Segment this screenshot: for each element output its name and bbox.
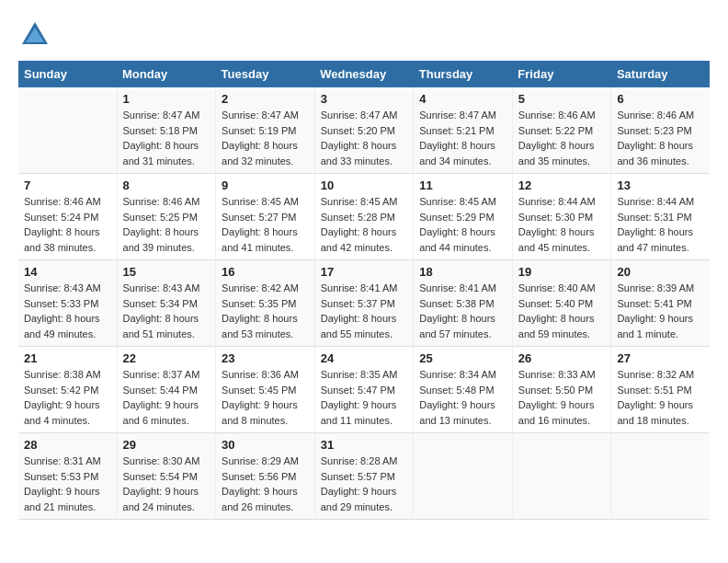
day-number: 12	[518, 178, 606, 192]
day-number: 2	[222, 92, 309, 106]
day-info: Sunrise: 8:35 AMSunset: 5:47 PMDaylight:…	[321, 367, 408, 428]
day-number: 8	[123, 178, 210, 192]
day-info: Sunrise: 8:39 AMSunset: 5:41 PMDaylight:…	[617, 281, 704, 341]
day-number: 6	[617, 92, 704, 106]
day-info: Sunrise: 8:28 AMSunset: 5:57 PMDaylight:…	[321, 454, 408, 514]
day-info: Sunrise: 8:38 AMSunset: 5:42 PMDaylight:…	[24, 367, 111, 428]
calendar-week-row: 1Sunrise: 8:47 AMSunset: 5:18 PMDaylight…	[18, 87, 710, 174]
calendar-cell: 21Sunrise: 8:38 AMSunset: 5:42 PMDayligh…	[18, 347, 117, 433]
day-number: 3	[321, 92, 408, 106]
day-number: 13	[617, 178, 704, 192]
day-number: 27	[617, 351, 704, 365]
calendar-cell: 27Sunrise: 8:32 AMSunset: 5:51 PMDayligh…	[611, 347, 710, 433]
weekday-header-wednesday: Wednesday	[314, 61, 414, 87]
calendar-cell: 7Sunrise: 8:46 AMSunset: 5:24 PMDaylight…	[18, 174, 117, 260]
day-info: Sunrise: 8:46 AMSunset: 5:24 PMDaylight:…	[24, 194, 111, 255]
day-info: Sunrise: 8:32 AMSunset: 5:51 PMDaylight:…	[617, 367, 704, 428]
day-info: Sunrise: 8:47 AMSunset: 5:19 PMDaylight:…	[222, 108, 309, 168]
day-info: Sunrise: 8:47 AMSunset: 5:18 PMDaylight:…	[123, 108, 210, 168]
day-info: Sunrise: 8:44 AMSunset: 5:30 PMDaylight:…	[518, 194, 606, 255]
day-number: 19	[518, 265, 606, 279]
day-number: 18	[419, 265, 506, 279]
calendar-header-row: SundayMondayTuesdayWednesdayThursdayFrid…	[18, 61, 710, 87]
day-info: Sunrise: 8:30 AMSunset: 5:54 PMDaylight:…	[123, 454, 210, 514]
calendar-cell: 13Sunrise: 8:44 AMSunset: 5:31 PMDayligh…	[611, 174, 710, 260]
day-info: Sunrise: 8:43 AMSunset: 5:34 PMDaylight:…	[123, 281, 210, 341]
weekday-header-tuesday: Tuesday	[216, 61, 315, 87]
calendar-cell: 18Sunrise: 8:41 AMSunset: 5:38 PMDayligh…	[414, 260, 513, 347]
calendar-cell: 30Sunrise: 8:29 AMSunset: 5:56 PMDayligh…	[216, 433, 315, 520]
weekday-header-saturday: Saturday	[611, 61, 710, 87]
calendar-cell: 10Sunrise: 8:45 AMSunset: 5:28 PMDayligh…	[314, 174, 414, 260]
day-number: 24	[321, 351, 408, 365]
calendar-cell: 2Sunrise: 8:47 AMSunset: 5:19 PMDaylight…	[216, 87, 315, 174]
day-info: Sunrise: 8:45 AMSunset: 5:29 PMDaylight:…	[419, 194, 506, 255]
day-number: 31	[321, 438, 408, 452]
calendar-cell: 31Sunrise: 8:28 AMSunset: 5:57 PMDayligh…	[314, 433, 414, 520]
day-number: 17	[321, 265, 408, 279]
calendar-cell: 4Sunrise: 8:47 AMSunset: 5:21 PMDaylight…	[414, 87, 513, 174]
calendar-cell: 15Sunrise: 8:43 AMSunset: 5:34 PMDayligh…	[117, 260, 216, 347]
day-number: 5	[518, 92, 606, 106]
day-info: Sunrise: 8:31 AMSunset: 5:53 PMDaylight:…	[24, 454, 111, 514]
calendar-cell: 29Sunrise: 8:30 AMSunset: 5:54 PMDayligh…	[117, 433, 216, 520]
calendar-cell: 9Sunrise: 8:45 AMSunset: 5:27 PMDaylight…	[216, 174, 315, 260]
calendar-cell	[414, 433, 513, 520]
logo-icon	[18, 18, 51, 52]
weekday-header-sunday: Sunday	[18, 61, 117, 87]
calendar-cell: 22Sunrise: 8:37 AMSunset: 5:44 PMDayligh…	[117, 347, 216, 433]
day-number: 16	[222, 265, 309, 279]
day-number: 28	[24, 438, 111, 452]
day-info: Sunrise: 8:41 AMSunset: 5:38 PMDaylight:…	[419, 281, 506, 341]
day-number: 29	[123, 438, 210, 452]
calendar-cell: 5Sunrise: 8:46 AMSunset: 5:22 PMDaylight…	[512, 87, 611, 174]
calendar-cell	[18, 87, 117, 174]
day-info: Sunrise: 8:42 AMSunset: 5:35 PMDaylight:…	[222, 281, 309, 341]
calendar-week-row: 14Sunrise: 8:43 AMSunset: 5:33 PMDayligh…	[18, 260, 710, 347]
day-number: 14	[24, 265, 111, 279]
calendar-cell: 25Sunrise: 8:34 AMSunset: 5:48 PMDayligh…	[414, 347, 513, 433]
calendar-week-row: 21Sunrise: 8:38 AMSunset: 5:42 PMDayligh…	[18, 347, 710, 433]
calendar-cell: 1Sunrise: 8:47 AMSunset: 5:18 PMDaylight…	[117, 87, 216, 174]
day-info: Sunrise: 8:36 AMSunset: 5:45 PMDaylight:…	[222, 367, 309, 428]
calendar-cell: 28Sunrise: 8:31 AMSunset: 5:53 PMDayligh…	[18, 433, 117, 520]
day-info: Sunrise: 8:47 AMSunset: 5:21 PMDaylight:…	[419, 108, 506, 168]
calendar-cell: 19Sunrise: 8:40 AMSunset: 5:40 PMDayligh…	[512, 260, 611, 347]
day-info: Sunrise: 8:43 AMSunset: 5:33 PMDaylight:…	[24, 281, 111, 341]
day-number: 4	[419, 92, 506, 106]
day-number: 22	[123, 351, 210, 365]
day-info: Sunrise: 8:45 AMSunset: 5:27 PMDaylight:…	[222, 194, 309, 255]
calendar-cell: 23Sunrise: 8:36 AMSunset: 5:45 PMDayligh…	[216, 347, 315, 433]
day-info: Sunrise: 8:34 AMSunset: 5:48 PMDaylight:…	[419, 367, 506, 428]
calendar-table: SundayMondayTuesdayWednesdayThursdayFrid…	[18, 61, 710, 520]
calendar-week-row: 7Sunrise: 8:46 AMSunset: 5:24 PMDaylight…	[18, 174, 710, 260]
day-number: 23	[222, 351, 309, 365]
day-number: 7	[24, 178, 111, 192]
weekday-header-monday: Monday	[117, 61, 216, 87]
calendar-cell	[512, 433, 611, 520]
day-info: Sunrise: 8:46 AMSunset: 5:23 PMDaylight:…	[617, 108, 704, 168]
day-number: 9	[222, 178, 309, 192]
day-info: Sunrise: 8:46 AMSunset: 5:22 PMDaylight:…	[518, 108, 606, 168]
calendar-cell: 24Sunrise: 8:35 AMSunset: 5:47 PMDayligh…	[314, 347, 414, 433]
weekday-header-thursday: Thursday	[414, 61, 513, 87]
day-info: Sunrise: 8:46 AMSunset: 5:25 PMDaylight:…	[123, 194, 210, 255]
day-info: Sunrise: 8:37 AMSunset: 5:44 PMDaylight:…	[123, 367, 210, 428]
day-number: 25	[419, 351, 506, 365]
weekday-header-friday: Friday	[512, 61, 611, 87]
day-info: Sunrise: 8:40 AMSunset: 5:40 PMDaylight:…	[518, 281, 606, 341]
day-number: 26	[518, 351, 606, 365]
calendar-cell	[611, 433, 710, 520]
day-number: 11	[419, 178, 506, 192]
logo	[18, 18, 55, 52]
calendar-cell: 8Sunrise: 8:46 AMSunset: 5:25 PMDaylight…	[117, 174, 216, 260]
calendar-cell: 26Sunrise: 8:33 AMSunset: 5:50 PMDayligh…	[512, 347, 611, 433]
calendar-week-row: 28Sunrise: 8:31 AMSunset: 5:53 PMDayligh…	[18, 433, 710, 520]
calendar-cell: 12Sunrise: 8:44 AMSunset: 5:30 PMDayligh…	[512, 174, 611, 260]
day-number: 30	[222, 438, 309, 452]
day-info: Sunrise: 8:45 AMSunset: 5:28 PMDaylight:…	[321, 194, 408, 255]
day-number: 21	[24, 351, 111, 365]
page-header	[18, 18, 710, 52]
day-info: Sunrise: 8:44 AMSunset: 5:31 PMDaylight:…	[617, 194, 704, 255]
calendar-cell: 17Sunrise: 8:41 AMSunset: 5:37 PMDayligh…	[314, 260, 414, 347]
